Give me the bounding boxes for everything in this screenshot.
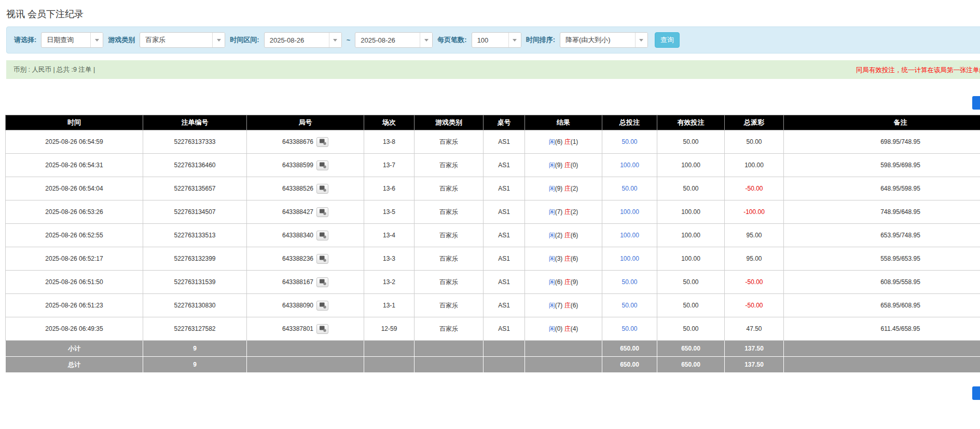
- player-result[interactable]: 闲: [549, 232, 555, 239]
- chevron-down-icon[interactable]: [420, 33, 432, 47]
- chevron-down-icon[interactable]: [508, 33, 521, 47]
- table-body: 2025-08-26 06:54:59 522763137333 6433886…: [6, 130, 980, 341]
- header-time: 时间: [6, 115, 143, 130]
- total-bet-link[interactable]: 50.00: [622, 302, 637, 309]
- video-replay-icon[interactable]: [316, 184, 328, 194]
- cell-payout: -100.00: [725, 200, 784, 224]
- time-sort-value: 降幂(由大到小): [560, 33, 635, 47]
- player-result[interactable]: 闲: [549, 255, 555, 262]
- cell-table-number: AS1: [484, 271, 525, 294]
- cell-valid-bet: 50.00: [657, 177, 725, 200]
- total-bet-link[interactable]: 50.00: [622, 278, 637, 286]
- cell-total-bet: 50.00: [602, 294, 657, 317]
- player-result[interactable]: 闲: [549, 162, 555, 169]
- search-button[interactable]: 查询: [655, 32, 680, 48]
- cell-table-number: AS1: [484, 224, 525, 247]
- header-session: 场次: [364, 115, 415, 130]
- total-row: 总计 9 650.00 650.00 137.50: [6, 357, 980, 373]
- player-result[interactable]: 闲: [549, 208, 555, 216]
- total-bet-link[interactable]: 100.00: [620, 232, 639, 239]
- total-payout: 137.50: [725, 357, 784, 373]
- total-bet-link[interactable]: 50.00: [622, 138, 637, 145]
- cell-bet-number: 522763134507: [143, 200, 247, 224]
- date-to-value: 2025-08-26: [355, 33, 420, 47]
- chevron-down-icon[interactable]: [90, 33, 103, 47]
- player-result[interactable]: 闲: [549, 185, 555, 192]
- video-replay-icon[interactable]: [316, 277, 328, 287]
- page-size-value: 100: [472, 33, 508, 47]
- total-bet-link[interactable]: 100.00: [620, 208, 639, 216]
- cell-time: 2025-08-26 06:51:23: [6, 294, 143, 317]
- query-type-value: 日期查询: [42, 33, 90, 47]
- cell-payout: -50.00: [725, 294, 784, 317]
- banker-result[interactable]: 庄: [564, 302, 571, 309]
- query-type-select[interactable]: 日期查询: [41, 32, 103, 48]
- banker-result[interactable]: 庄: [564, 278, 571, 286]
- cell-remark: 698.95/748.95: [784, 130, 980, 154]
- game-type-value: 百家乐: [140, 33, 212, 47]
- cell-time: 2025-08-26 06:53:26: [6, 200, 143, 224]
- export-button-top[interactable]: [972, 96, 980, 110]
- player-result[interactable]: 闲: [549, 325, 555, 332]
- banker-result[interactable]: 庄: [564, 208, 571, 216]
- video-replay-icon[interactable]: [316, 301, 328, 311]
- game-type-select[interactable]: 百家乐: [140, 32, 225, 48]
- banker-result[interactable]: 庄: [564, 138, 571, 145]
- date-to-select[interactable]: 2025-08-26: [355, 32, 433, 48]
- video-replay-icon[interactable]: [316, 324, 328, 334]
- chevron-down-icon[interactable]: [329, 33, 341, 47]
- banker-result[interactable]: 庄: [564, 162, 571, 169]
- total-bet-link[interactable]: 100.00: [620, 255, 639, 262]
- export-button-bottom[interactable]: [972, 386, 980, 400]
- cell-table-number: AS1: [484, 130, 525, 154]
- cell-payout: 95.00: [725, 247, 784, 271]
- bet-records-table: 时间 注单编号 局号 场次 游戏类别 桌号 结果 总投注 有效投注 总派彩 备注…: [5, 115, 980, 373]
- date-from-select[interactable]: 2025-08-26: [264, 32, 342, 48]
- cell-round-number: 643388167: [247, 271, 364, 294]
- cell-bet-number: 522763127582: [143, 317, 247, 341]
- table-row: 2025-08-26 06:54:59 522763137333 6433886…: [6, 130, 980, 154]
- cell-round-number: 643388340: [247, 224, 364, 247]
- player-result[interactable]: 闲: [549, 138, 555, 145]
- banker-result[interactable]: 庄: [564, 325, 571, 332]
- chevron-down-icon[interactable]: [635, 33, 647, 47]
- header-bet-number: 注单编号: [143, 115, 247, 130]
- cell-session: 13-2: [364, 271, 415, 294]
- cell-time: 2025-08-26 06:54:04: [6, 177, 143, 200]
- player-result[interactable]: 闲: [549, 302, 555, 309]
- cell-game-type: 百家乐: [415, 154, 484, 177]
- cell-table-number: AS1: [484, 177, 525, 200]
- table-header-row: 时间 注单编号 局号 场次 游戏类别 桌号 结果 总投注 有效投注 总派彩 备注: [6, 115, 980, 130]
- game-type-label: 游戏类别: [108, 35, 135, 45]
- cell-session: 12-59: [364, 317, 415, 341]
- player-result[interactable]: 闲: [549, 278, 555, 286]
- cell-game-type: 百家乐: [415, 294, 484, 317]
- video-replay-icon[interactable]: [316, 137, 328, 147]
- banker-result[interactable]: 庄: [564, 185, 571, 192]
- cell-total-bet: 50.00: [602, 177, 657, 200]
- time-sort-label: 时间排序:: [526, 35, 555, 45]
- table-row: 2025-08-26 06:53:26 522763134507 6433884…: [6, 200, 980, 224]
- chevron-down-icon[interactable]: [212, 33, 225, 47]
- total-bet-link[interactable]: 50.00: [622, 185, 637, 192]
- banker-result[interactable]: 庄: [564, 232, 571, 239]
- total-bet-link[interactable]: 100.00: [620, 162, 639, 169]
- total-bet-link[interactable]: 50.00: [622, 325, 637, 332]
- page-size-select[interactable]: 100: [472, 32, 521, 48]
- video-replay-icon[interactable]: [316, 207, 328, 217]
- cell-time: 2025-08-26 06:51:50: [6, 271, 143, 294]
- video-replay-icon[interactable]: [316, 254, 328, 264]
- cell-session: 13-3: [364, 247, 415, 271]
- banker-result[interactable]: 庄: [564, 255, 571, 262]
- filter-panel: 请选择: 日期查询 游戏类别 百家乐 时间区间: 2025-08-26 ~ 20…: [6, 26, 980, 53]
- cell-total-bet: 100.00: [602, 154, 657, 177]
- cell-total-bet: 100.00: [602, 200, 657, 224]
- cell-valid-bet: 100.00: [657, 154, 725, 177]
- video-replay-icon[interactable]: [316, 231, 328, 240]
- table-row: 2025-08-26 06:54:31 522763136460 6433885…: [6, 154, 980, 177]
- cell-table-number: AS1: [484, 294, 525, 317]
- toolbar-top: [0, 79, 980, 115]
- video-replay-icon[interactable]: [316, 160, 328, 170]
- time-sort-select[interactable]: 降幂(由大到小): [560, 32, 648, 48]
- subtotal-valid-bet: 650.00: [657, 341, 725, 357]
